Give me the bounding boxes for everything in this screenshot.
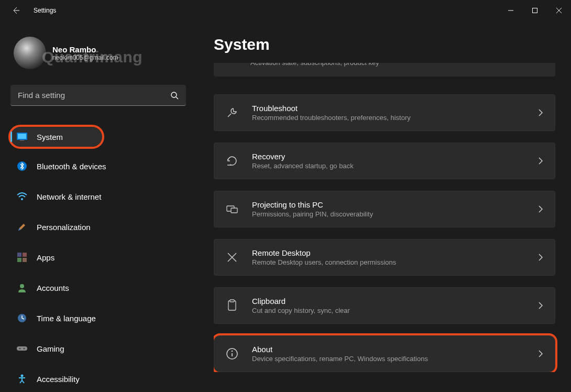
card-desc: Reset, advanced startup, go back (252, 162, 524, 170)
chevron-right-icon (538, 350, 543, 358)
app-title: Settings (34, 7, 56, 14)
card-title: Clipboard (252, 297, 524, 306)
svg-rect-20 (230, 300, 234, 302)
card-title: About (252, 345, 524, 354)
clipboard-icon (226, 299, 238, 312)
card-title: Projecting to this PC (252, 200, 524, 209)
card-troubleshoot[interactable]: Troubleshoot Recommended troubleshooters… (214, 94, 555, 131)
card-text: Troubleshoot Recommended troubleshooters… (252, 104, 524, 122)
svg-point-14 (19, 348, 21, 350)
card-title: Recovery (252, 152, 524, 161)
sidebar-item-label: Time & language (37, 314, 96, 323)
card-text: Projecting to this PC Permissions, pairi… (252, 200, 524, 218)
nav: System Bluetooth & devices Network & int… (10, 127, 186, 392)
card-desc: Remote Desktop users, connection permiss… (252, 258, 524, 266)
sidebar-item-system[interactable]: System (10, 127, 102, 147)
bluetooth-icon (17, 161, 27, 171)
gamepad-icon (17, 343, 27, 354)
profile-text: Neo Rambo neokim005@gmail.com (52, 45, 118, 61)
sidebar: Neo Rambo neokim005@gmail.com Quantriman… (0, 21, 189, 392)
cards-list: Activation state, subscriptions, product… (214, 63, 558, 372)
svg-rect-19 (228, 301, 236, 310)
page-title: System (214, 36, 558, 53)
sidebar-item-time[interactable]: Time & language (10, 308, 186, 328)
chevron-right-icon (538, 108, 543, 117)
svg-point-15 (24, 348, 25, 350)
sidebar-item-personalization[interactable]: Personalization (10, 217, 186, 237)
svg-rect-0 (533, 8, 537, 13)
card-desc: Permissions, pairing PIN, discoverabilit… (252, 210, 524, 218)
chevron-right-icon (538, 157, 543, 165)
recovery-icon (226, 155, 238, 167)
profile-email: neokim005@gmail.com (52, 54, 118, 61)
card-about[interactable]: About Device specifications, rename PC, … (214, 335, 555, 372)
profile-name: Neo Rambo (52, 45, 118, 54)
sidebar-item-label: Personalization (37, 223, 91, 232)
person-icon (17, 282, 27, 293)
sidebar-item-label: Apps (37, 253, 54, 262)
info-icon (226, 347, 238, 360)
content: Neo Rambo neokim005@gmail.com Quantriman… (0, 21, 571, 392)
paintbrush-icon (17, 222, 27, 232)
sidebar-item-network[interactable]: Network & internet (10, 187, 186, 206)
sidebar-item-label: System (37, 133, 63, 141)
remote-desktop-icon (226, 251, 238, 264)
wifi-icon (17, 191, 27, 202)
svg-rect-8 (23, 253, 27, 257)
apps-icon (17, 252, 27, 263)
svg-point-1 (171, 92, 177, 97)
card-remote[interactable]: Remote Desktop Remote Desktop users, con… (214, 239, 555, 276)
card-desc: Device specifications, rename PC, Window… (252, 355, 524, 363)
card-title: Troubleshoot (252, 104, 524, 113)
titlebar: Settings (0, 0, 571, 21)
svg-point-16 (21, 375, 24, 377)
avatar (14, 37, 46, 69)
window-controls (499, 2, 571, 19)
search (10, 85, 186, 106)
chevron-right-icon (538, 205, 543, 213)
svg-rect-4 (20, 140, 24, 141)
svg-rect-9 (17, 258, 21, 262)
card-recovery[interactable]: Recovery Reset, advanced startup, go bac… (214, 143, 555, 179)
sidebar-item-accounts[interactable]: Accounts (10, 278, 186, 298)
wrench-icon (226, 106, 238, 119)
clock-globe-icon (17, 313, 27, 323)
main: System Activation state, subscriptions, … (189, 21, 571, 392)
accessibility-icon (17, 374, 27, 384)
profile[interactable]: Neo Rambo neokim005@gmail.com (10, 37, 182, 69)
svg-rect-10 (23, 258, 27, 262)
card-clipboard[interactable]: Clipboard Cut and copy history, sync, cl… (214, 287, 555, 324)
sidebar-item-bluetooth[interactable]: Bluetooth & devices (10, 156, 186, 176)
card-desc: Cut and copy history, sync, clear (252, 307, 524, 314)
search-icon (170, 91, 179, 100)
sidebar-item-label: Gaming (37, 344, 64, 353)
projecting-icon (226, 203, 238, 215)
maximize-button[interactable] (523, 2, 547, 19)
svg-rect-7 (17, 253, 21, 257)
sidebar-item-label: Bluetooth & devices (37, 162, 106, 171)
display-icon (17, 132, 27, 142)
svg-point-6 (21, 198, 23, 200)
card-text: About Device specifications, rename PC, … (252, 345, 524, 363)
card-text: Recovery Reset, advanced startup, go bac… (252, 152, 524, 170)
sidebar-item-gaming[interactable]: Gaming (10, 339, 186, 358)
svg-rect-18 (231, 208, 237, 213)
card-desc: Recommended troubleshooters, preferences… (252, 114, 524, 122)
close-button[interactable] (547, 2, 571, 19)
card-projecting[interactable]: Projecting to this PC Permissions, pairi… (214, 191, 555, 227)
sidebar-item-label: Accessibility (37, 375, 80, 384)
chevron-right-icon (538, 253, 543, 262)
sidebar-item-apps[interactable]: Apps (10, 247, 186, 267)
titlebar-left: Settings (10, 5, 56, 16)
sidebar-item-accessibility[interactable]: Accessibility (10, 369, 186, 389)
chevron-right-icon (538, 301, 543, 310)
svg-rect-13 (17, 346, 27, 351)
search-input[interactable] (10, 85, 186, 106)
card-title: Remote Desktop (252, 248, 524, 257)
card-activation-partial[interactable]: Activation state, subscriptions, product… (214, 63, 555, 77)
back-button[interactable] (10, 5, 21, 16)
card-desc: Activation state, subscriptions, product… (250, 63, 379, 67)
minimize-button[interactable] (499, 2, 523, 19)
svg-point-22 (232, 351, 233, 352)
svg-rect-3 (18, 134, 26, 139)
